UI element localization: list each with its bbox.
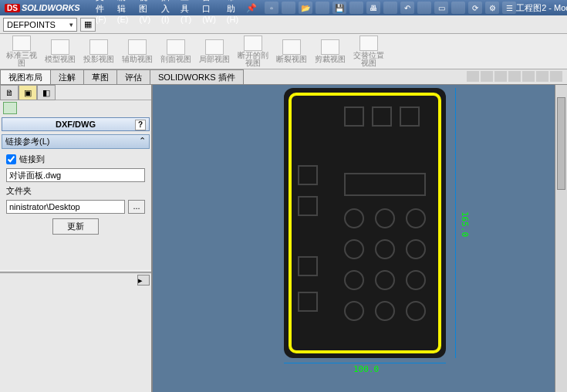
rb-auxview[interactable]: 辅助视图 — [120, 35, 154, 67]
heads-up-toolbar — [462, 69, 567, 84]
layer-combo[interactable]: DEFPOINTS — [3, 18, 77, 32]
rb-std3view[interactable]: 标准三视图 — [5, 35, 39, 67]
feature-rect — [344, 173, 426, 196]
tab-annotate[interactable]: 注解 — [50, 69, 84, 84]
config-tab[interactable]: ◧ — [37, 85, 56, 100]
panel-body: 链接到 文件夹 ... 更新 — [5, 152, 147, 238]
tab-evaluate[interactable]: 评估 — [116, 69, 150, 84]
save-icon[interactable]: 💾 — [332, 2, 346, 14]
feature-circle — [344, 208, 364, 228]
panel-splitter[interactable] — [0, 270, 151, 273]
new-icon[interactable]: ▫ — [265, 2, 278, 14]
menu-insert[interactable]: 插入(I) — [157, 0, 174, 25]
title-bar: DS SOLIDWORKS 文件(F) 编辑(E) 视图(V) 插入(I) 工具… — [0, 0, 567, 15]
dim-line — [284, 363, 446, 363]
link-to-check[interactable] — [6, 154, 16, 164]
dim-line — [455, 88, 456, 358]
feature-square — [372, 106, 392, 127]
tab-addins[interactable]: SOLIDWORKS 插件 — [150, 69, 244, 84]
feature-circle — [375, 270, 395, 290]
command-tabs: 视图布局 注解 草图 评估 SOLIDWORKS 插件 — [0, 69, 567, 85]
feature-circle — [406, 208, 426, 228]
drawing-canvas[interactable]: 100.0 165.0 — [153, 85, 567, 392]
manager-tabs: 🗎 ▣ ◧ — [0, 85, 151, 100]
open-icon[interactable]: 📂 — [299, 2, 312, 14]
menu-pin-icon[interactable]: 📌 — [246, 3, 257, 13]
tab-sketch[interactable]: 草图 — [83, 69, 117, 84]
folder-input[interactable] — [6, 200, 125, 214]
canvas-scrollbar-v[interactable] — [555, 85, 567, 392]
app-logo: DS SOLIDWORKS — [0, 3, 85, 12]
folder-label: 文件夹 — [6, 185, 145, 197]
feature-circle — [344, 270, 364, 290]
menu-view[interactable]: 视图(V) — [134, 0, 155, 25]
feature-square — [298, 196, 318, 216]
rb-altposview[interactable]: 交替位置视图 — [352, 35, 386, 67]
rb-sectionview[interactable]: 剖面视图 — [159, 35, 193, 67]
rb-brokensection[interactable]: 断开的剖视图 — [236, 35, 270, 67]
property-tab[interactable]: ▣ — [19, 85, 37, 100]
quick-toolbar: ▫ 📂 💾 🖶 ↶ ▭ ⟳ ⚙ ☰ — [265, 2, 516, 14]
update-button[interactable]: 更新 — [52, 218, 99, 235]
feature-circle — [406, 270, 426, 290]
rb-projview[interactable]: 投影视图 — [82, 35, 116, 67]
feature-circle — [344, 239, 364, 259]
menu-help[interactable]: 帮助(H) — [222, 0, 243, 25]
drawing-view: 100.0 165.0 — [284, 88, 484, 373]
hide-show-icon[interactable] — [536, 71, 548, 82]
rebuild-icon[interactable]: ⟳ — [468, 2, 482, 14]
feature-circle — [375, 301, 395, 321]
feature-circle — [375, 239, 395, 259]
menu-bar: 文件(F) 编辑(E) 视图(V) 插入(I) 工具(T) 窗口(W) 帮助(H… — [91, 0, 243, 25]
dim-width: 100.0 — [353, 364, 379, 374]
section-icon[interactable] — [508, 71, 521, 82]
feature-square — [344, 106, 364, 127]
feature-square — [298, 256, 318, 276]
rb-modelview[interactable]: 模型视图 — [43, 35, 77, 67]
options-icon[interactable]: ⚙ — [485, 2, 499, 14]
select-icon[interactable]: ▭ — [434, 2, 448, 14]
link-to-checkbox[interactable]: 链接到 — [6, 154, 145, 165]
layer-props-button[interactable]: ▦ — [80, 18, 96, 32]
rb-breakview[interactable]: 断裂视图 — [275, 35, 309, 67]
menu-tools[interactable]: 工具(T) — [176, 0, 196, 25]
collapse-icon[interactable]: ⌃ — [139, 136, 146, 147]
property-manager: 🗎 ▣ ◧ DXF/DWG ? 链接参考(L)⌃ 链接到 文件夹 ... 更新 — [0, 85, 153, 392]
document-title: 工程图2 - Model (原本 DXF/DV — [516, 2, 567, 14]
tab-viewlayout[interactable]: 视图布局 — [0, 69, 51, 84]
feature-square — [400, 106, 420, 127]
dim-height: 165.0 — [460, 211, 470, 237]
more-icon[interactable] — [550, 71, 562, 82]
pm-ok-button[interactable] — [3, 102, 17, 114]
section-link-ref[interactable]: 链接参考(L)⌃ — [2, 134, 150, 149]
layer-toolbar: DEFPOINTS ▦ — [0, 15, 567, 34]
app-name: SOLIDWORKS — [22, 3, 80, 12]
pm-ok-cancel — [3, 102, 148, 114]
main-area: 🗎 ▣ ◧ DXF/DWG ? 链接参考(L)⌃ 链接到 文件夹 ... 更新 — [0, 85, 567, 392]
rb-cropview[interactable]: 剪裁视图 — [313, 35, 347, 67]
print-icon[interactable]: 🖶 — [366, 2, 380, 14]
rb-detailview[interactable]: 局部视图 — [197, 35, 231, 67]
zoom-area-icon[interactable] — [481, 71, 493, 82]
panel-title: DXF/DWG ? — [2, 117, 150, 131]
feature-circle — [406, 239, 426, 259]
prev-view-icon[interactable] — [494, 71, 507, 82]
menu-edit[interactable]: 编辑(E) — [113, 0, 133, 25]
display-style-icon[interactable] — [522, 71, 535, 82]
feature-circle — [344, 301, 364, 321]
ribbon: 标准三视图 模型视图 投影视图 辅助视图 剖面视图 局部视图 断开的剖视图 断裂… — [0, 34, 567, 69]
feature-circle — [375, 208, 395, 228]
ds-logo-icon: DS — [5, 4, 20, 12]
undo-icon[interactable]: ↶ — [400, 2, 414, 14]
feature-square — [298, 292, 318, 312]
panel-scroll-right-icon[interactable]: ▸ — [137, 275, 150, 286]
browse-button[interactable]: ... — [128, 200, 145, 214]
scroll-thumb[interactable] — [557, 97, 565, 190]
help-icon[interactable]: ? — [135, 120, 146, 130]
feature-tree-tab[interactable]: 🗎 — [0, 85, 19, 100]
feature-square — [298, 165, 318, 185]
zoom-fit-icon[interactable] — [467, 71, 479, 82]
menu-window[interactable]: 窗口(W) — [197, 0, 221, 25]
link-file-input[interactable] — [6, 168, 145, 182]
settings-icon[interactable]: ☰ — [502, 2, 516, 14]
